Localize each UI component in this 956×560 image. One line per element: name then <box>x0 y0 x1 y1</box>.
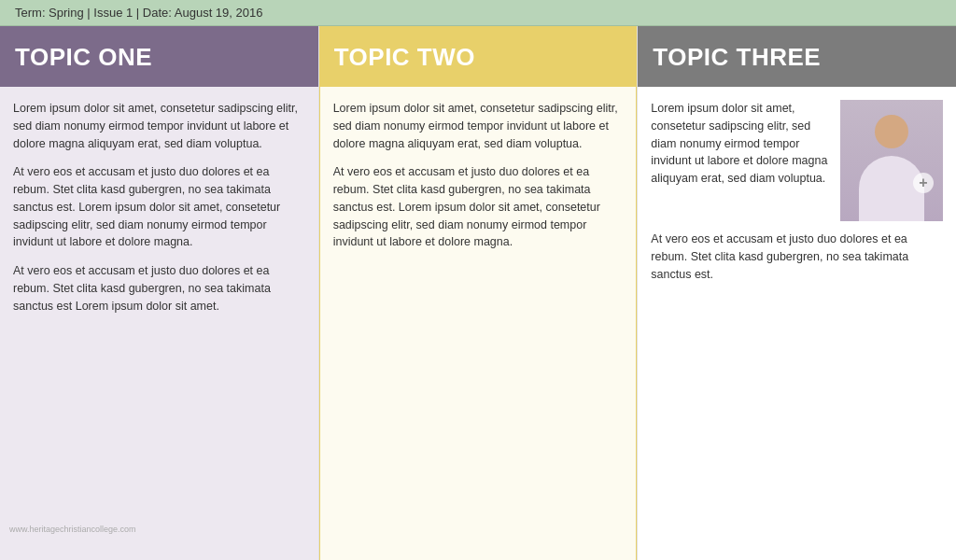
watermark: www.heritagechristiancollege.com <box>9 525 136 534</box>
col1-para-1: Lorem ipsum dolor sit amet, consetetur s… <box>13 100 305 152</box>
col2-title: TOPIC TWO <box>334 43 623 72</box>
person-image: + <box>840 100 943 221</box>
column-2: TOPIC TWO Lorem ipsum dolor sit amet, co… <box>319 26 639 560</box>
header-bar: Term: Spring | Issue 1 | Date: August 19… <box>0 0 956 26</box>
col2-header: TOPIC TWO <box>319 26 638 87</box>
col2-para-2: At vero eos et accusam et justo duo dolo… <box>333 163 624 251</box>
col1-body: Lorem ipsum dolor sit amet, consetetur s… <box>0 87 318 560</box>
col3-title: TOPIC THREE <box>653 43 941 72</box>
column-1: TOPIC ONE Lorem ipsum dolor sit amet, co… <box>0 26 319 560</box>
col3-intro-text: Lorem ipsum dolor sit amet, consetetur s… <box>651 100 833 221</box>
col3-header: TOPIC THREE <box>638 26 956 87</box>
plus-icon: + <box>913 173 934 193</box>
col2-para-1: Lorem ipsum dolor sit amet, consetetur s… <box>333 100 624 152</box>
column-3: TOPIC THREE Lorem ipsum dolor sit amet, … <box>638 26 956 560</box>
col3-top-section: Lorem ipsum dolor sit amet, consetetur s… <box>651 100 943 221</box>
col3-para-1: At vero eos et accusam et justo duo dolo… <box>651 231 943 283</box>
col1-header: TOPIC ONE <box>0 26 318 87</box>
col1-title: TOPIC ONE <box>15 43 303 72</box>
col2-body: Lorem ipsum dolor sit amet, consetetur s… <box>319 87 638 560</box>
col3-image: + <box>840 100 943 221</box>
person-head <box>875 115 908 148</box>
header-text: Term: Spring | Issue 1 | Date: August 19… <box>15 6 262 20</box>
col3-body: Lorem ipsum dolor sit amet, consetetur s… <box>638 87 956 560</box>
main-content: TOPIC ONE Lorem ipsum dolor sit amet, co… <box>0 26 956 560</box>
col1-para-2: At vero eos et accusam et justo duo dolo… <box>13 163 305 251</box>
col1-para-3: At vero eos et accusam et justo duo dolo… <box>13 262 305 315</box>
col3-intro: Lorem ipsum dolor sit amet, consetetur s… <box>651 102 827 185</box>
